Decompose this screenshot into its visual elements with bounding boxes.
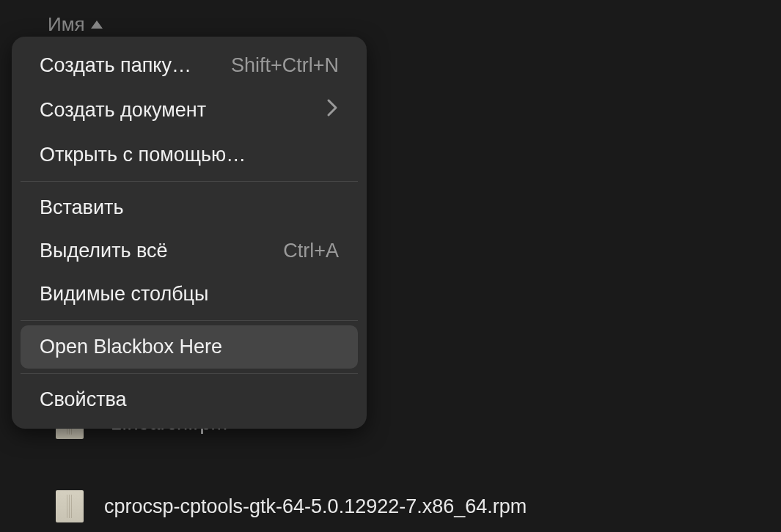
menu-item-label: Видимые столбцы (40, 283, 209, 306)
menu-item-create-document[interactable]: Создать документ (21, 87, 358, 133)
menu-item-shortcut: Ctrl+A (283, 240, 339, 262)
chevron-right-icon (326, 97, 339, 123)
menu-item-label: Открыть с помощью… (40, 144, 246, 166)
menu-item-create-folder[interactable]: Создать папку… Shift+Ctrl+N (21, 44, 358, 87)
menu-item-label: Создать документ (40, 99, 206, 122)
menu-item-paste[interactable]: Вставить (21, 186, 358, 229)
context-menu: Создать папку… Shift+Ctrl+N Создать доку… (12, 37, 367, 429)
menu-item-open-blackbox[interactable]: Open Blackbox Here (21, 325, 358, 369)
menu-item-label: Создать папку… (40, 54, 191, 77)
menu-separator (21, 181, 358, 182)
menu-item-label: Вставить (40, 196, 123, 219)
menu-item-label: Выделить всё (40, 240, 168, 262)
menu-separator (21, 320, 358, 321)
menu-separator (21, 373, 358, 374)
menu-item-open-with[interactable]: Открыть с помощью… (21, 133, 358, 177)
menu-item-shortcut: Shift+Ctrl+N (231, 54, 339, 77)
menu-item-select-all[interactable]: Выделить всё Ctrl+A (21, 229, 358, 273)
file-row[interactable]: cprocsp-cptools-gtk-64-5.0.12922-7.x86_6… (0, 465, 781, 532)
file-name: cprocsp-cptools-gtk-64-5.0.12922-7.x86_6… (104, 495, 527, 518)
menu-item-label: Open Blackbox Here (40, 336, 222, 358)
menu-item-properties[interactable]: Свойства (21, 378, 358, 421)
archive-file-icon (56, 490, 84, 522)
menu-item-visible-columns[interactable]: Видимые столбцы (21, 273, 358, 316)
menu-item-label: Свойства (40, 388, 127, 411)
